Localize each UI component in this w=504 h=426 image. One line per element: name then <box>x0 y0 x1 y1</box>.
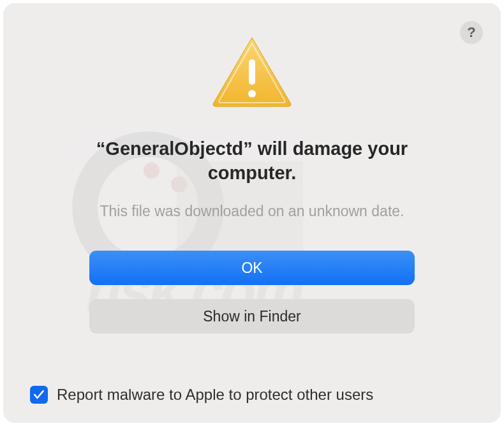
dialog-content: “GeneralObjectd” will damage your comput… <box>29 35 475 334</box>
svg-rect-3 <box>249 59 255 85</box>
show-in-finder-button[interactable]: Show in Finder <box>89 299 415 334</box>
warning-icon <box>211 35 293 108</box>
help-button[interactable]: ? <box>460 21 483 44</box>
checkmark-icon <box>33 388 45 401</box>
ok-button[interactable]: OK <box>89 251 415 285</box>
dialog-subtitle: This file was downloaded on an unknown d… <box>100 203 404 220</box>
dialog-title: “GeneralObjectd” will damage your comput… <box>73 137 431 185</box>
alert-dialog: risk.com ? “GeneralObjectd” will damage … <box>3 3 501 423</box>
report-malware-row: Report malware to Apple to protect other… <box>30 386 373 404</box>
help-icon: ? <box>467 24 475 41</box>
report-malware-checkbox[interactable] <box>30 386 48 404</box>
report-malware-label: Report malware to Apple to protect other… <box>57 386 373 404</box>
svg-point-4 <box>248 90 256 98</box>
